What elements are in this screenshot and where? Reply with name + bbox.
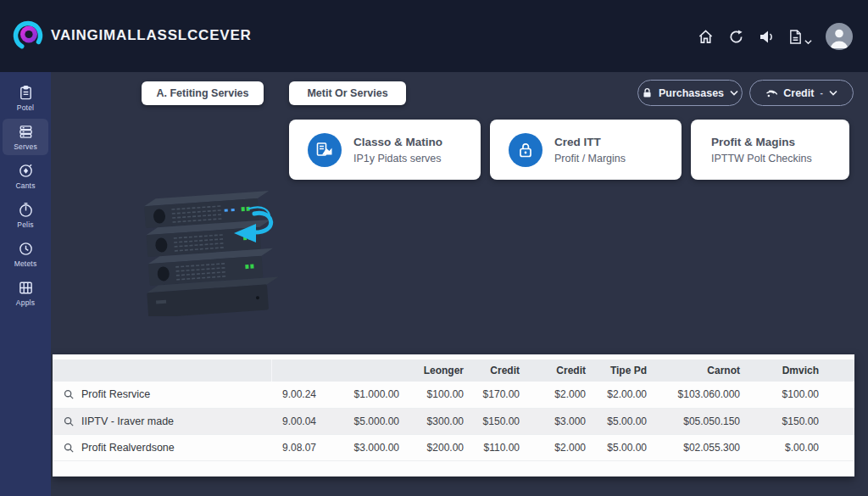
search-icon (64, 443, 74, 453)
col-header-credit-2: Credit (523, 359, 589, 382)
row-name: Profit Realverdsone (81, 442, 175, 454)
row-name: Profit Resrvice (81, 388, 150, 400)
rss-icon (765, 87, 777, 99)
card-text: Cred ITT Profit / Margins (554, 136, 626, 164)
padlock-icon (509, 133, 542, 167)
chevron-down-icon (804, 39, 812, 45)
announcement-icon[interactable] (758, 28, 775, 45)
fetiting-servies-button[interactable]: A. Fetiting Servies (142, 81, 264, 105)
cell: $5.00.00 (589, 408, 650, 434)
cell: $103.060.000 (650, 382, 743, 408)
top-header: VAINGIMALLASSLCCEVER (0, 0, 868, 72)
col-header (271, 359, 320, 382)
cell: $5.000.00 (320, 408, 403, 434)
results-table-panel: Leonger Credit Credit Tipe Pd Carnot Dmv… (53, 354, 854, 476)
chevron-down-icon (730, 90, 738, 96)
cell: $3.000 (523, 408, 589, 434)
cell: $300.00 (403, 408, 467, 434)
sidebar-item-serves[interactable]: Serves (3, 119, 48, 155)
clock-icon (18, 241, 34, 257)
clipboard-icon (18, 85, 34, 101)
sidebar-item-metets[interactable]: Metets (3, 236, 48, 272)
cell: $5.00.00 (589, 434, 650, 460)
document-menu[interactable] (788, 29, 812, 45)
brand-title: VAINGIMALLASSLCCEVER (51, 27, 252, 44)
sidebar-item-pelis[interactable]: Pelis (3, 197, 48, 233)
col-header (53, 359, 271, 382)
cell: $2.000 (523, 382, 589, 408)
col-header-dmvich: Dmvich (743, 359, 854, 382)
cell: $05.050.150 (650, 408, 743, 434)
cell: $2.000 (523, 434, 589, 460)
sidebar-item-label: Metets (14, 259, 37, 268)
server-stack-icon (18, 124, 34, 140)
cell: $02.055.300 (650, 434, 743, 460)
cell: $2.00.00 (589, 382, 650, 408)
col-header-carnot: Carnot (650, 359, 743, 382)
cell: 9.08.07 (271, 434, 320, 460)
cell: $150.00 (467, 408, 523, 434)
card-classo-matino[interactable]: Classo & Matino IP1y Pidats serves (289, 120, 481, 180)
card-profit-magins[interactable]: Profit & Magins IPTTW Polt Checkins (691, 120, 849, 180)
timer-icon (18, 202, 34, 218)
dial-icon (18, 163, 34, 179)
cell: $3.000.00 (320, 434, 403, 460)
cell: $110.00 (467, 434, 523, 460)
table-row[interactable]: IIPTV - Iraver made 9.00.04 $5.000.00 $3… (53, 408, 854, 434)
cell: $.00.00 (743, 434, 854, 460)
card-text: Classo & Matino IP1y Pidats serves (353, 136, 442, 164)
user-avatar[interactable] (826, 23, 853, 50)
table-header-row: Leonger Credit Credit Tipe Pd Carnot Dmv… (53, 359, 854, 382)
purchases-dropdown-button[interactable]: Purchasases (637, 80, 743, 106)
card-subtitle: Profit / Margins (554, 153, 626, 164)
table-row[interactable]: Profit Realverdsone 9.08.07 $3.000.00 $2… (53, 434, 854, 460)
col-header-tipe-pd: Tipe Pd (589, 359, 650, 382)
sidebar-item-potel[interactable]: Potel (3, 80, 48, 116)
results-table: Leonger Credit Credit Tipe Pd Carnot Dmv… (53, 359, 854, 461)
sidebar-item-appls[interactable]: Appls (3, 275, 48, 311)
table-row[interactable]: Profit Resrvice 9.00.24 $1.000.00 $100.0… (53, 382, 854, 408)
sidebar-item-label: Serves (14, 142, 37, 151)
credit-dropdown-button[interactable]: Credit - (749, 80, 854, 106)
sidebar-item-label: Potel (17, 103, 34, 112)
refresh-icon[interactable] (727, 28, 744, 45)
chevron-down-icon (829, 90, 837, 96)
cell: $170.00 (467, 382, 523, 408)
button-label: Credit (783, 87, 814, 99)
header-actions (697, 22, 853, 51)
col-header (320, 359, 403, 382)
home-icon[interactable] (697, 28, 714, 45)
apps-grid-icon (18, 280, 34, 296)
cell: $200.00 (403, 434, 467, 460)
cell: $150.00 (743, 408, 854, 434)
card-subtitle: IPTTW Polt Checkins (711, 153, 812, 164)
button-label: Metit Or Servies (307, 87, 387, 99)
search-icon (64, 416, 74, 426)
cell: $100.00 (403, 382, 467, 408)
sidebar-item-cants[interactable]: Cants (3, 158, 48, 194)
card-cred-itt[interactable]: Cred ITT Profit / Margins (490, 120, 682, 180)
lock-icon (642, 87, 653, 98)
col-header-leonger: Leonger (403, 359, 467, 382)
button-label: Purchasases (659, 87, 724, 99)
metit-or-servies-button[interactable]: Metit Or Servies (289, 81, 406, 105)
col-header-credit-1: Credit (467, 359, 523, 382)
search-icon (64, 389, 74, 399)
cell: 9.00.24 (271, 382, 320, 408)
card-title: Profit & Magins (711, 136, 812, 148)
button-suffix: - (820, 88, 822, 98)
button-label: A. Fetiting Servies (156, 87, 248, 99)
sidebar-item-label: Pelis (17, 220, 33, 229)
report-chart-icon (308, 133, 342, 167)
sidebar-item-label: Cants (15, 181, 35, 190)
main-content: A. Fetiting Servies Metit Or Servies Pur… (51, 72, 868, 496)
brand-logo-icon (12, 20, 44, 52)
cell: $100.00 (743, 382, 854, 408)
row-name: IIPTV - Iraver made (81, 415, 174, 427)
card-text: Profit & Magins IPTTW Polt Checkins (711, 136, 812, 164)
card-title: Cred ITT (554, 136, 626, 148)
sidebar: Potel Serves Cants Pelis M (0, 72, 51, 496)
cell: 9.00.04 (271, 408, 320, 434)
server-stack-graphic (136, 185, 284, 316)
card-title: Classo & Matino (353, 136, 442, 148)
